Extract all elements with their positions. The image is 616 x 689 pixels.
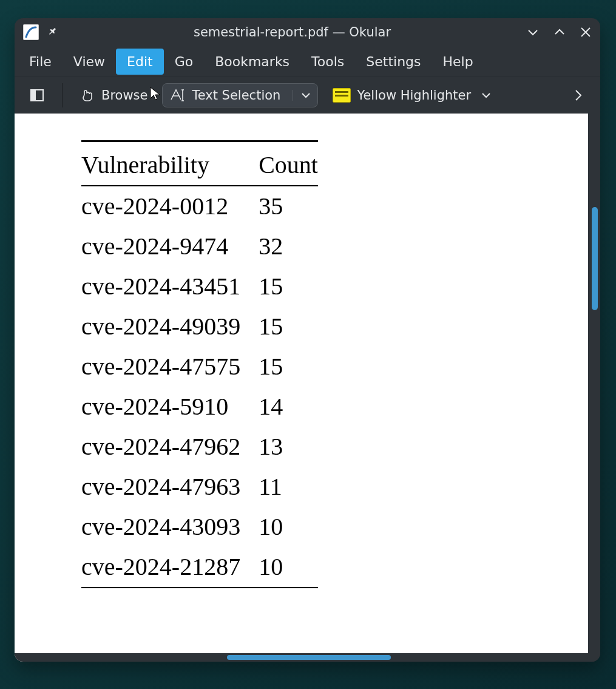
document-area: Vulnerability Count cve-2024-001235 cve-… [15, 114, 600, 662]
window-title: semestrial-report.pdf — Okular [66, 25, 519, 39]
okular-app-icon [23, 24, 39, 40]
table-body: cve-2024-001235 cve-2024-947432 cve-2024… [81, 186, 318, 588]
table-row: cve-2024-4796311 [81, 467, 318, 507]
menu-tools[interactable]: Tools [300, 49, 355, 75]
menu-bookmarks[interactable]: Bookmarks [204, 49, 300, 75]
highlighter-dropdown-icon[interactable] [481, 90, 492, 101]
table-row: cve-2024-591014 [81, 387, 318, 427]
menu-help[interactable]: Help [432, 49, 484, 75]
col-header-count: Count [259, 141, 318, 186]
menu-settings[interactable]: Settings [355, 49, 432, 75]
table-row: cve-2024-4757515 [81, 347, 318, 387]
pdf-page[interactable]: Vulnerability Count cve-2024-001235 cve-… [15, 114, 588, 662]
pin-icon[interactable] [46, 26, 58, 38]
table-row: cve-2024-4796213 [81, 427, 318, 467]
text-selection-label: Text Selection [192, 88, 280, 103]
minimize-button[interactable] [526, 25, 540, 39]
toolbar: Browse Text Selection Yellow Highlighter [15, 76, 600, 114]
okular-window: semestrial-report.pdf — Okular File View… [15, 18, 600, 662]
maximize-button[interactable] [553, 25, 566, 39]
titlebar: semestrial-report.pdf — Okular [15, 18, 600, 46]
text-selection-dropdown-icon[interactable] [293, 90, 311, 101]
menu-file[interactable]: File [18, 49, 63, 75]
table-row: cve-2024-001235 [81, 186, 318, 226]
close-button[interactable] [580, 25, 592, 39]
highlighter-tool-button[interactable]: Yellow Highlighter [327, 84, 498, 106]
vulnerability-table: Vulnerability Count cve-2024-001235 cve-… [81, 140, 318, 588]
menu-edit[interactable]: Edit [116, 49, 164, 75]
show-sidebar-button[interactable] [23, 84, 51, 107]
highlighter-icon [333, 88, 351, 103]
table-row: cve-2024-4309310 [81, 507, 318, 547]
table-row: cve-2024-2128710 [81, 547, 318, 588]
table-row: cve-2024-947432 [81, 226, 318, 266]
table-row: cve-2024-4903915 [81, 307, 318, 347]
table-row: cve-2024-4345115 [81, 266, 318, 307]
col-header-vulnerability: Vulnerability [81, 141, 259, 186]
toolbar-separator [62, 83, 63, 107]
text-selection-tool-button[interactable]: Text Selection [162, 83, 318, 107]
menu-view[interactable]: View [63, 49, 116, 75]
vertical-scroll-thumb[interactable] [592, 207, 598, 310]
browse-tool-button[interactable]: Browse [73, 84, 154, 107]
browse-label: Browse [101, 88, 147, 103]
vertical-scrollbar[interactable] [592, 122, 598, 650]
horizontal-scroll-thumb[interactable] [227, 655, 391, 660]
toolbar-overflow-button[interactable] [565, 84, 592, 106]
horizontal-scrollbar[interactable] [15, 653, 600, 662]
menu-go[interactable]: Go [164, 49, 205, 75]
highlighter-label: Yellow Highlighter [357, 88, 471, 103]
svg-rect-3 [31, 90, 36, 101]
menubar: File View Edit Go Bookmarks Tools Settin… [15, 46, 600, 76]
